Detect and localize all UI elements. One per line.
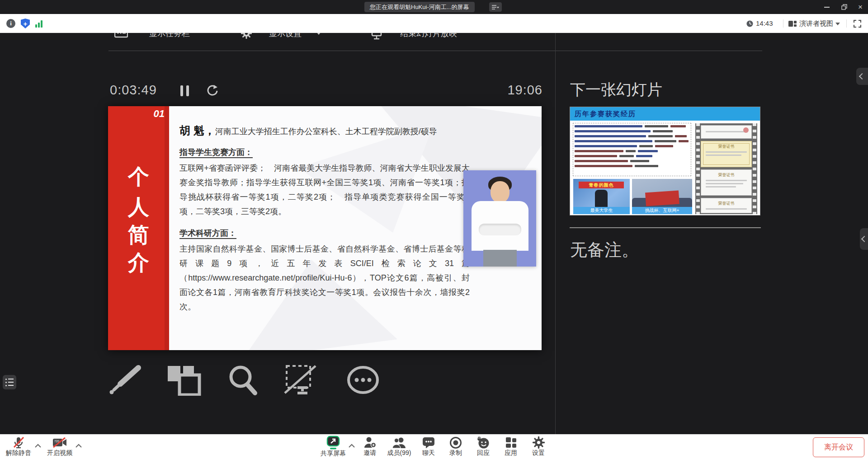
network-signal-icon <box>35 20 44 28</box>
slide-section-title-char: 人 <box>108 196 169 217</box>
member-list-toggle-button[interactable] <box>3 375 16 389</box>
invite-button[interactable]: 邀请 <box>359 436 381 459</box>
title-menu-button[interactable] <box>489 2 502 12</box>
bio-name: 胡 魁， <box>179 124 215 136</box>
slide-section-title-char: 个 <box>108 166 169 187</box>
minimize-button[interactable] <box>819 0 835 14</box>
certificate-card <box>701 125 752 139</box>
chat-button[interactable]: 聊天 <box>418 436 439 459</box>
start-video-button[interactable]: 720 开启视频 <box>45 436 75 459</box>
meeting-toolbar: 解除静音 720 开启视频 <box>0 434 868 459</box>
record-button[interactable]: 录制 <box>445 436 467 459</box>
members-people-icon <box>392 436 406 449</box>
layout-icon <box>788 20 797 27</box>
share-screen-icon <box>326 436 340 450</box>
separator <box>846 19 847 28</box>
thumbnail-photo-2-caption: 挑战杯、互联网+ <box>632 207 692 214</box>
collapse-panel-tab-middle[interactable] <box>860 228 868 250</box>
ppt-toolbar-clipped: 显示任务栏 显示设置 <box>0 33 556 40</box>
thumbnail-photo-1-caption: 最美大学生 <box>573 207 630 214</box>
reactions-button[interactable]: 回应 <box>472 436 494 459</box>
certificate-card: 荣誉证书 <box>701 198 752 213</box>
pen-tool-button[interactable] <box>108 364 145 396</box>
certificate-card: 荣誉证书 <box>701 141 752 167</box>
video-options-chevron[interactable] <box>75 444 82 448</box>
restore-button[interactable] <box>836 0 852 14</box>
pause-timer-button[interactable] <box>180 85 189 96</box>
chevron-left-icon <box>859 73 865 80</box>
view-mode-caret-icon <box>835 23 840 25</box>
mic-off-icon <box>12 436 25 449</box>
portrait-pants <box>483 250 517 267</box>
thumbnail-photo-1: 青春的颜色 最美大学生 <box>573 179 630 214</box>
display-settings-button[interactable]: 显示设置 <box>269 33 302 39</box>
portrait-arms <box>479 224 521 235</box>
reaction-smiley-icon <box>476 436 490 449</box>
restart-timer-button[interactable] <box>206 84 219 97</box>
slide-thumbnails-button[interactable] <box>166 364 202 396</box>
bio-paragraph-research: 主持国家自然科学基金、国家博士后基金、省自然科学基金、省博士后基金等科研课题9项… <box>179 242 470 314</box>
more-options-button[interactable] <box>346 364 382 396</box>
restore-icon <box>841 4 847 10</box>
horizontal-divider <box>108 51 762 51</box>
settings-button[interactable]: 设置 <box>528 436 549 459</box>
display-settings-gear-icon[interactable] <box>241 33 252 39</box>
taskbar-icon[interactable] <box>114 33 128 38</box>
current-time: 19:06 <box>497 83 542 98</box>
collapse-panel-tab-top[interactable] <box>856 68 868 85</box>
meeting-duration: 14:43 <box>756 19 773 27</box>
menu-lines-icon <box>491 5 500 10</box>
portrait-face <box>491 181 509 203</box>
speaker-notes: 无备注。 <box>570 239 639 262</box>
separator <box>783 19 783 28</box>
next-slide-thumbnail[interactable]: 历年参赛获奖经历 青春的颜色 最美大学生 <box>570 107 760 215</box>
thumbnail-photo-1-banner: 青春的颜色 <box>579 182 624 188</box>
thumbnail-body: 青春的颜色 最美大学生 挑战杯、互联网+ 荣誉证书 <box>570 121 760 215</box>
security-shield-icon[interactable]: + <box>21 19 30 28</box>
audio-options-chevron[interactable] <box>34 444 42 448</box>
certificate-card: 荣誉证书 <box>701 169 752 196</box>
bio-title: 河南工业大学招生工作办公室科长、土木工程学院副教授/硕导 <box>215 127 437 136</box>
certificate-title: 荣誉证书 <box>701 172 751 178</box>
info-icon[interactable]: i <box>6 19 15 28</box>
end-show-button[interactable]: 结束幻灯片放映 <box>400 33 457 39</box>
vertical-divider <box>555 33 556 434</box>
clock-icon <box>746 20 754 28</box>
show-taskbar-button[interactable]: 显示任务栏 <box>149 33 190 39</box>
certificate-title: 荣誉证书 <box>701 201 751 206</box>
watching-title-text: 您正在观看胡魁HuKui-河南工...的屏幕 <box>370 3 469 11</box>
view-mode-selector[interactable]: 演讲者视图 <box>799 19 833 28</box>
thumbnail-award-list <box>573 123 691 176</box>
notes-divider <box>570 227 761 228</box>
members-button[interactable]: 成员(99) <box>383 436 415 459</box>
share-screen-button[interactable]: 共享屏幕 <box>318 436 348 459</box>
slide-section-title-char: 简 <box>108 224 169 245</box>
shared-screen-area: 显示任务栏 显示设置 <box>0 33 868 434</box>
slide-section-number: 01 <box>108 108 165 120</box>
leave-meeting-button[interactable]: 离开会议 <box>813 437 864 457</box>
end-show-icon[interactable] <box>371 33 382 40</box>
meeting-window: 您正在观看胡魁HuKui-河南工...的屏幕 × i + <box>0 0 868 459</box>
apps-button[interactable]: 应用 <box>500 436 522 459</box>
current-slide: 01 个 人 简 介 胡 魁，河南工业大学招生工作办公室科长、土木工程学院副教授… <box>108 106 542 350</box>
bio-heading-research: 学术科研方面： <box>179 228 470 239</box>
close-button[interactable]: × <box>853 0 868 14</box>
black-screen-button[interactable] <box>284 364 321 396</box>
slideshow-timer: 0:03:49 <box>110 83 157 98</box>
slide-section-banner: 01 个 人 简 介 <box>108 106 169 350</box>
camera-off-icon: 720 <box>52 437 67 448</box>
slide-section-title-char: 介 <box>108 252 169 273</box>
window-titlebar: 您正在观看胡魁HuKui-河南工...的屏幕 × <box>0 0 868 14</box>
unmute-button[interactable]: 解除静音 <box>4 436 33 459</box>
share-options-chevron[interactable] <box>348 444 355 448</box>
minimize-icon <box>824 7 830 8</box>
display-settings-caret-icon <box>316 33 321 35</box>
bio-name-line: 胡 魁，河南工业大学招生工作办公室科长、土木工程学院副教授/硕导 <box>179 123 470 138</box>
thumbnail-header: 历年参赛获奖经历 <box>570 107 760 121</box>
fullscreen-icon[interactable] <box>854 20 861 28</box>
zoom-slide-button[interactable] <box>226 364 261 396</box>
apps-grid-icon <box>505 436 517 449</box>
thumbnail-certificate-strip: 荣誉证书 荣誉证书 荣誉证书 <box>695 123 757 214</box>
thumbnail-photo-2: 挑战杯、互联网+ <box>632 179 692 214</box>
watching-title: 您正在观看胡魁HuKui-河南工...的屏幕 <box>364 2 475 12</box>
